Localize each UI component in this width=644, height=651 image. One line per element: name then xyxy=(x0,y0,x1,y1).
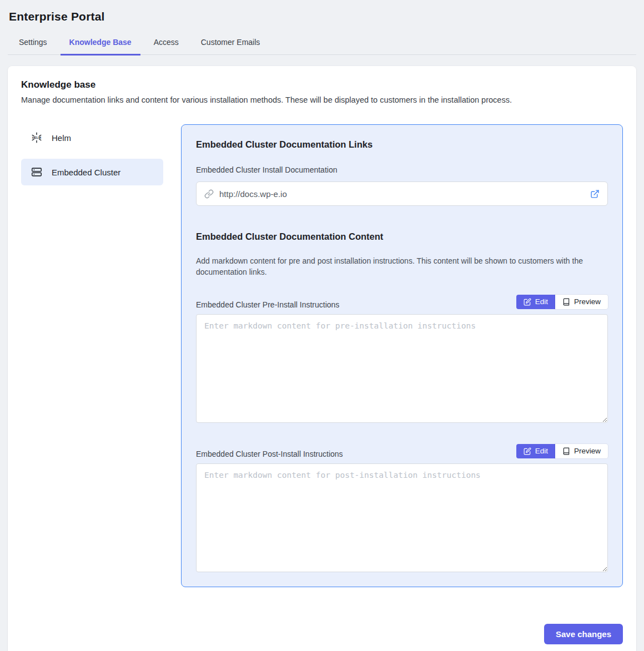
pre-install-textarea[interactable] xyxy=(196,314,608,423)
tab-bar: Settings Knowledge Base Access Customer … xyxy=(8,31,636,55)
edit-pencil-icon xyxy=(524,447,531,455)
sidebar-item-label: Embedded Cluster xyxy=(52,168,120,177)
helm-wheel-icon: HELM xyxy=(31,132,43,144)
pre-install-mode-toggle: Edit Preview xyxy=(516,295,608,309)
page-title: Enterprise Portal xyxy=(9,10,635,23)
pre-install-edit-button[interactable]: Edit xyxy=(516,295,555,309)
tab-knowledge-base[interactable]: Knowledge Base xyxy=(61,31,140,55)
tab-access[interactable]: Access xyxy=(145,31,188,55)
install-doc-label: Embedded Cluster Install Documentation xyxy=(196,165,608,174)
install-doc-input[interactable] xyxy=(219,189,585,199)
preview-book-icon xyxy=(562,298,570,306)
app-header: Enterprise Portal xyxy=(0,0,644,23)
preview-button-label: Preview xyxy=(574,297,601,306)
pre-install-preview-button[interactable]: Preview xyxy=(555,295,608,309)
edit-pencil-icon xyxy=(524,298,531,306)
embedded-cluster-panel: Embedded Cluster Documentation Links Emb… xyxy=(181,124,623,587)
install-doc-input-wrap xyxy=(196,181,608,206)
card-subtitle: Manage documentation links and content f… xyxy=(21,95,623,104)
server-stack-icon xyxy=(31,166,43,178)
post-install-textarea[interactable] xyxy=(196,463,608,572)
tab-settings[interactable]: Settings xyxy=(10,31,56,55)
content-section-description: Add markdown content for pre and post in… xyxy=(196,255,608,278)
save-changes-button[interactable]: Save changes xyxy=(544,624,623,644)
sidebar-item-embedded-cluster[interactable]: Embedded Cluster xyxy=(21,159,163,185)
post-install-preview-button[interactable]: Preview xyxy=(555,444,608,458)
external-link-icon[interactable] xyxy=(590,189,600,199)
post-install-edit-button[interactable]: Edit xyxy=(516,444,555,458)
pre-install-label: Embedded Cluster Pre-Install Instruction… xyxy=(196,300,339,309)
link-icon xyxy=(204,189,214,199)
post-install-mode-toggle: Edit Preview xyxy=(516,444,608,458)
links-section-heading: Embedded Cluster Documentation Links xyxy=(196,139,608,150)
preview-button-label: Preview xyxy=(574,447,601,455)
card-heading: Knowledge base xyxy=(21,79,623,90)
preview-book-icon xyxy=(562,447,570,455)
sidebar-item-helm[interactable]: HELM Helm xyxy=(21,124,163,151)
content-section-heading: Embedded Cluster Documentation Content xyxy=(196,231,608,242)
tab-customer-emails[interactable]: Customer Emails xyxy=(192,31,269,55)
install-method-nav: HELM Helm Embedded Cluster xyxy=(21,124,163,193)
edit-button-label: Edit xyxy=(535,297,548,306)
svg-text:HELM: HELM xyxy=(32,136,41,139)
sidebar-item-label: Helm xyxy=(52,133,71,143)
edit-button-label: Edit xyxy=(535,447,548,455)
post-install-label: Embedded Cluster Post-Install Instructio… xyxy=(196,450,343,458)
knowledge-base-card: Knowledge base Manage documentation link… xyxy=(8,66,636,651)
